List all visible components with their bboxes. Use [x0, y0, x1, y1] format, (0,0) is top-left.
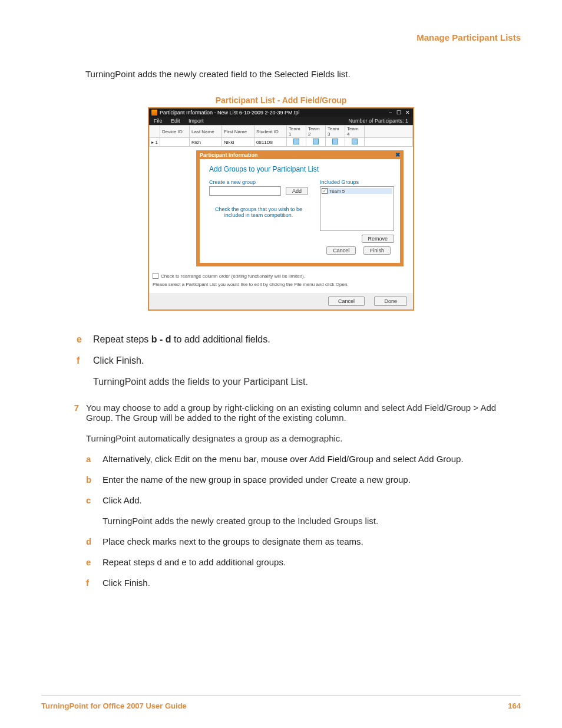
result-text: TurningPoint adds the newly created grou…	[103, 516, 521, 526]
modal-title: Participant Information	[200, 152, 258, 158]
step-letter: c	[86, 495, 103, 505]
step-letter: e	[86, 557, 103, 567]
rearrange-label: Check to rearrange column order (editing…	[161, 274, 305, 279]
figure-caption: Participant List - Add Field/Group	[41, 95, 521, 105]
data-grid: Device ID Last Name First Name Student I…	[149, 125, 413, 293]
table-header-row: Device ID Last Name First Name Student I…	[150, 126, 413, 138]
modal-finish-button[interactable]: Finish	[363, 246, 391, 255]
footer-doc-title: TurningPoint for Office 2007 User Guide	[41, 701, 187, 710]
close-icon[interactable]: ✕	[404, 110, 411, 116]
step-letter: a	[86, 454, 103, 464]
step-text: Alternatively, click Edit on the menu ba…	[103, 454, 521, 464]
window-title: Participant Information - New List 6-10-…	[160, 110, 300, 116]
step-text: Click Finish.	[93, 355, 521, 366]
col-first-name[interactable]: First Name	[222, 126, 254, 138]
col-team2[interactable]: Team 2	[306, 126, 326, 138]
step-text: You may choose to add a group by right-c…	[86, 403, 521, 423]
participant-count: Number of Participants: 1	[348, 118, 408, 124]
modal-heading: Add Groups to your Participant List	[209, 165, 391, 173]
cell-device-id[interactable]	[160, 138, 190, 147]
list-item[interactable]: ✓ Team 5	[322, 188, 392, 194]
checkbox-icon[interactable]	[293, 139, 299, 144]
list-item-label: Team 5	[329, 189, 345, 194]
window-footer: Cancel Done	[149, 293, 413, 309]
add-groups-modal: Participant Information ✖ Add Groups to …	[196, 150, 404, 266]
step-letter: f	[86, 578, 103, 588]
result-text: TurningPoint adds the fields to your Par…	[93, 377, 521, 387]
page-footer: TurningPoint for Office 2007 User Guide …	[41, 695, 521, 710]
intro-paragraph: TurningPoint adds the newly created fiel…	[85, 69, 521, 79]
step-number: 7	[65, 403, 86, 598]
step-text: Click Finish.	[103, 578, 521, 588]
included-groups-listbox[interactable]: ✓ Team 5	[320, 186, 394, 231]
remove-button[interactable]: Remove	[362, 235, 395, 243]
modal-titlebar: Participant Information ✖	[196, 150, 404, 159]
step-text: Click Add.	[103, 495, 521, 505]
cell-last-name[interactable]: Rich	[190, 138, 222, 147]
table-row[interactable]: ▸ 1 Rich Nikki 0811D8	[150, 138, 413, 147]
step-text: Repeat steps d and e to add additional g…	[103, 557, 521, 567]
create-group-label: Create a new group	[209, 179, 308, 185]
new-group-input[interactable]	[209, 186, 281, 196]
window-titlebar: Participant Information - New List 6-10-…	[149, 108, 413, 117]
cell-student-id[interactable]: 0811D8	[254, 138, 287, 147]
step-letter: e	[77, 334, 93, 345]
col-last-name[interactable]: Last Name	[190, 126, 222, 138]
menu-file[interactable]: File	[154, 118, 163, 124]
add-button[interactable]: Add	[286, 187, 308, 195]
step-text: Repeat steps b - d to add additional fie…	[93, 334, 521, 345]
col-team3[interactable]: Team 3	[326, 126, 345, 138]
modal-hint: Check the groups that you wish to be inc…	[209, 206, 308, 218]
modal-close-icon[interactable]: ✖	[395, 151, 400, 158]
checkbox-icon[interactable]	[313, 139, 319, 144]
cell-team1[interactable]	[287, 138, 306, 147]
section-header: Manage Participant Lists	[41, 32, 521, 42]
cell-team2[interactable]	[306, 138, 326, 147]
menubar: File Edit Import Number of Participants:…	[149, 117, 413, 125]
row-indicator: ▸ 1	[150, 138, 160, 147]
document-page: Manage Participant Lists TurningPoint ad…	[0, 0, 562, 728]
included-groups-label: Included Groups	[320, 179, 394, 185]
cell-team3[interactable]	[326, 138, 345, 147]
step-text: TurningPoint automatically designates a …	[86, 433, 521, 443]
col-team1[interactable]: Team 1	[287, 126, 306, 138]
checkbox-icon[interactable]: ✓	[322, 188, 328, 194]
status-text: Please select a Participant List you wou…	[149, 281, 413, 293]
step-text: Enter the name of the new group in space…	[103, 475, 521, 485]
menu-edit[interactable]: Edit	[171, 118, 180, 124]
embedded-screenshot: Participant Information - New List 6-10-…	[148, 107, 414, 311]
col-student-id[interactable]: Student ID	[254, 126, 287, 138]
cell-first-name[interactable]: Nikki	[222, 138, 254, 147]
step-letter: b	[86, 475, 103, 485]
checkbox-icon[interactable]	[352, 139, 358, 144]
app-icon	[151, 110, 157, 116]
checkbox-icon[interactable]	[332, 139, 338, 144]
menu-import[interactable]: Import	[189, 118, 204, 124]
col-team4[interactable]: Team 4	[345, 126, 365, 138]
cell-team4[interactable]	[345, 138, 365, 147]
page-number: 164	[508, 701, 521, 710]
maximize-icon[interactable]: ☐	[395, 110, 402, 116]
step-letter: f	[77, 355, 93, 366]
done-button[interactable]: Done	[374, 297, 407, 306]
col-device-id[interactable]: Device ID	[160, 126, 190, 138]
minimize-icon[interactable]: –	[387, 110, 394, 116]
rearrange-checkrow[interactable]: Check to rearrange column order (editing…	[149, 271, 413, 281]
window-controls: – ☐ ✕	[386, 110, 411, 116]
col-empty	[365, 126, 413, 138]
step-letter: d	[86, 536, 103, 546]
modal-cancel-button[interactable]: Cancel	[326, 246, 356, 255]
cancel-button[interactable]: Cancel	[328, 297, 365, 306]
step-text: Place check marks next to the groups to …	[103, 536, 521, 546]
col-rowhead	[150, 126, 160, 138]
checkbox-icon[interactable]	[153, 273, 158, 279]
